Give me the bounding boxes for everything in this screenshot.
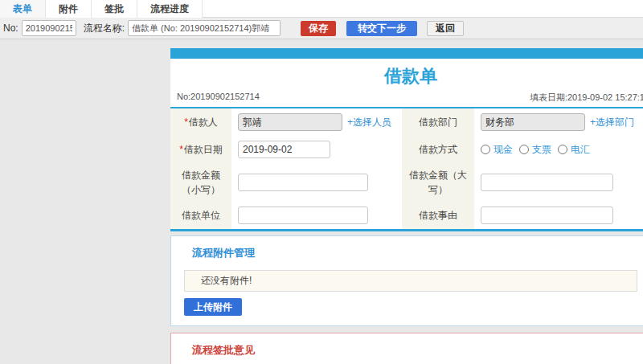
loan-form-card: 借款单 No:20190902152714 填表日期:2019-09-02 15… <box>170 59 643 231</box>
approval-title: 流程签批意见 <box>192 343 637 358</box>
process-name-label: 流程名称: <box>84 22 125 35</box>
approval-section: 流程签批意见 B I abc ✎ <box>170 333 643 364</box>
borrow-reason-field <box>474 202 643 229</box>
cheque-radio-label[interactable]: 支票 <box>532 143 551 157</box>
borrow-unit-input[interactable] <box>238 207 368 224</box>
borrower-label: *借款人 <box>170 108 231 136</box>
tab-approval[interactable]: 签批 <box>92 0 137 18</box>
process-name-input[interactable] <box>128 20 281 36</box>
borrow-reason-input[interactable] <box>481 207 613 224</box>
borrow-reason-label: 借款事由 <box>402 202 474 229</box>
upload-attachment-button[interactable]: 上传附件 <box>184 298 242 316</box>
cheque-radio[interactable] <box>519 145 529 154</box>
main-panel: 借款单 No:20190902152714 填表日期:2019-09-02 15… <box>170 48 643 364</box>
borrower-input[interactable] <box>238 113 342 131</box>
select-person-link[interactable]: +选择人员 <box>347 116 391 129</box>
select-department-link[interactable]: +选择部门 <box>590 116 634 129</box>
back-button[interactable]: 返回 <box>427 21 464 36</box>
form-meta-row: No:20190902152714 填表日期:2019-09-02 15:27:… <box>170 87 643 107</box>
form-row-borrower: *借款人 +选择人员 借款部门 +选择部门 <box>170 108 643 136</box>
borrower-field: +选择人员 <box>231 108 402 136</box>
department-label: 借款部门 <box>402 108 474 136</box>
department-field: +选择部门 <box>474 108 643 136</box>
required-mark: * <box>184 117 188 128</box>
loan-form-table: *借款人 +选择人员 借款部门 +选择部门 *借款日期 <box>170 107 643 231</box>
tab-attachments[interactable]: 附件 <box>46 0 92 18</box>
amount-lower-field <box>231 163 402 202</box>
amount-upper-field <box>474 163 643 202</box>
cash-radio-label[interactable]: 现金 <box>494 143 513 157</box>
borrow-method-label: 借款方式 <box>402 136 474 163</box>
no-label: No: <box>3 22 18 34</box>
borrow-date-label: *借款日期 <box>170 136 231 163</box>
action-toolbar: No: 流程名称: 保存 转交下一步 返回 <box>0 18 643 39</box>
form-row-date-method: *借款日期 借款方式 现金 支票 电汇 <box>170 136 643 163</box>
form-row-amount: 借款金额（小写） 借款金额（大写） <box>170 163 643 202</box>
tab-process-progress[interactable]: 流程进度 <box>137 0 203 18</box>
no-attachments-notice: 还没有附件! <box>184 270 637 292</box>
no-input[interactable] <box>22 20 76 36</box>
panel-top-bar <box>170 48 643 59</box>
tab-bar: 表单 附件 签批 流程进度 <box>0 0 643 18</box>
wire-transfer-radio[interactable] <box>558 145 567 154</box>
department-input[interactable] <box>481 113 585 131</box>
required-mark: * <box>179 144 183 155</box>
amount-upper-label: 借款金额（大写） <box>402 163 474 202</box>
borrow-method-field: 现金 支票 电汇 <box>474 136 643 163</box>
borrow-unit-field <box>231 202 402 229</box>
borrow-date-field <box>231 136 402 163</box>
amount-upper-input[interactable] <box>481 174 613 191</box>
amount-lower-label: 借款金额（小写） <box>170 163 231 202</box>
cash-radio[interactable] <box>481 145 490 154</box>
page-title: 借款单 <box>170 59 643 87</box>
attachments-section: 流程附件管理 还没有附件! 上传附件 <box>170 235 643 326</box>
borrow-unit-label: 借款单位 <box>170 202 231 229</box>
tab-form[interactable]: 表单 <box>0 0 46 18</box>
save-button[interactable]: 保存 <box>301 21 336 36</box>
form-row-unit-reason: 借款单位 借款事由 <box>170 202 643 229</box>
next-step-button[interactable]: 转交下一步 <box>346 21 417 36</box>
form-no-text: No:20190902152714 <box>177 92 260 104</box>
fill-date-text: 填表日期:2019-09-02 15:27:1 <box>530 92 643 104</box>
wire-transfer-radio-label[interactable]: 电汇 <box>571 143 590 157</box>
borrow-date-input[interactable] <box>238 141 330 158</box>
attachments-title: 流程附件管理 <box>192 246 637 260</box>
amount-lower-input[interactable] <box>238 174 368 191</box>
